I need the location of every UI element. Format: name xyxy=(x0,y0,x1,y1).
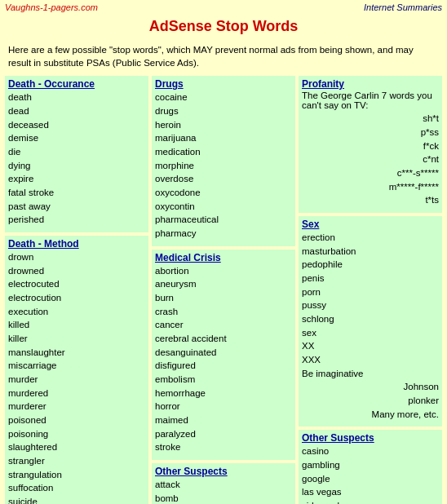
list-item: desanguinated xyxy=(155,346,292,360)
list-item: penis xyxy=(302,272,439,285)
column-1: Death - Occurance death dead deceased de… xyxy=(5,76,148,504)
list-item: murdered xyxy=(8,387,145,400)
other-suspects-left-list: attack bomb bomber incarcerated jail pri… xyxy=(155,478,292,504)
site-category: Internet Summaries xyxy=(364,2,442,12)
list-item: oxycodone xyxy=(155,186,292,200)
list-item: marijuana xyxy=(155,131,292,145)
list-item: suffocation xyxy=(8,481,145,495)
list-item: hemorrhage xyxy=(155,387,292,400)
list-item: drown xyxy=(8,250,145,264)
list-item: death xyxy=(8,91,145,104)
section-medical-crisis: Medical Crisis abortion aneurysm burn cr… xyxy=(152,250,295,460)
list-item: past away xyxy=(8,200,145,214)
list-item: electrocution xyxy=(8,291,145,305)
list-item: morphine xyxy=(155,159,292,173)
other-suspects-right-list: casino gambling google las vegas video p… xyxy=(302,444,439,504)
list-item: poisoned xyxy=(8,413,145,427)
list-item: murderer xyxy=(8,400,145,413)
list-item: drowned xyxy=(8,264,145,278)
list-item: p*ss xyxy=(302,126,439,139)
section-header-other-suspects-left: Other Suspects xyxy=(155,466,292,477)
list-item: sh*t xyxy=(302,112,439,126)
list-item: schlong xyxy=(302,312,439,326)
list-item: masturbation xyxy=(302,245,439,259)
list-item: poisoning xyxy=(8,427,145,441)
profanity-intro: The George Carlin 7 words you can't say … xyxy=(302,91,439,110)
section-header-drugs: Drugs xyxy=(155,78,292,90)
list-item: XX xyxy=(302,339,439,353)
list-item: oxycontin xyxy=(155,200,292,214)
list-item: pussy xyxy=(302,298,439,312)
section-header-sex: Sex xyxy=(302,219,439,230)
list-item: casino xyxy=(302,444,439,458)
list-item: dead xyxy=(8,104,145,118)
list-item: aneurysm xyxy=(155,277,292,291)
list-item: pharmacy xyxy=(155,227,292,241)
list-item: XXX xyxy=(302,353,439,367)
section-profanity: Profanity The George Carlin 7 words you … xyxy=(299,76,442,213)
list-item: overdose xyxy=(155,172,292,186)
list-item: cocaine xyxy=(155,91,292,104)
section-death-method: Death - Method drown drowned electrocute… xyxy=(5,236,148,504)
list-item: porn xyxy=(302,285,439,299)
list-item: t*ts xyxy=(302,193,439,207)
list-item: electrocuted xyxy=(8,277,145,291)
list-item: slaughtered xyxy=(8,440,145,454)
list-item: paralyzed xyxy=(155,427,292,441)
list-item: strangulation xyxy=(8,468,145,482)
list-item: crash xyxy=(155,305,292,319)
list-item: killer xyxy=(8,332,145,346)
section-header-other-suspects-right: Other Suspects xyxy=(302,432,439,444)
list-item: murder xyxy=(8,373,145,387)
section-other-suspects-right: Other Suspects casino gambling google la… xyxy=(299,430,442,504)
list-item: pharmaceutical xyxy=(155,213,292,227)
section-header-medical-crisis: Medical Crisis xyxy=(155,252,292,263)
column-3: Profanity The George Carlin 7 words you … xyxy=(299,76,442,504)
list-item: disfigured xyxy=(155,359,292,373)
top-bar: Vaughns-1-pagers.com Internet Summaries xyxy=(0,0,447,15)
profanity-list: sh*t p*ss f*ck c*nt c***-s***** m*****-f… xyxy=(302,112,439,207)
list-item: cancer xyxy=(155,318,292,332)
list-item: medication xyxy=(155,145,292,159)
list-item: c*nt xyxy=(302,153,439,166)
list-item: m*****-f***** xyxy=(302,180,439,194)
list-item: strangler xyxy=(8,454,145,468)
list-item: c***-s***** xyxy=(302,166,439,180)
medical-crisis-list: abortion aneurysm burn crash cancer cere… xyxy=(155,264,292,454)
list-item: dying xyxy=(8,159,145,173)
list-item: manslaughter xyxy=(8,346,145,360)
list-item: abortion xyxy=(155,264,292,278)
list-item: video poker xyxy=(302,499,439,504)
list-item: Johnson xyxy=(302,380,439,394)
sex-list: erection masturbation pedophile penis po… xyxy=(302,231,439,421)
list-item: killed xyxy=(8,318,145,332)
section-drugs: Drugs cocaine drugs heroin marijuana med… xyxy=(152,76,295,245)
section-sex: Sex erection masturbation pedophile peni… xyxy=(299,216,442,427)
intro-text: Here are a few possible "stop words", wh… xyxy=(0,40,447,76)
list-item: stroke xyxy=(155,440,292,454)
list-item: horror xyxy=(155,400,292,413)
list-item: embolism xyxy=(155,373,292,387)
site-name: Vaughns-1-pagers.com xyxy=(5,2,98,12)
list-item: maimed xyxy=(155,413,292,427)
list-item: gambling xyxy=(302,458,439,472)
list-item: deceased xyxy=(8,118,145,132)
section-death-occurance: Death - Occurance death dead deceased de… xyxy=(5,76,148,232)
list-item: bomb xyxy=(155,492,292,504)
list-item: suicide xyxy=(8,495,145,504)
list-item: sex xyxy=(302,326,439,340)
list-item: attack xyxy=(155,478,292,492)
list-item: Be imaginative xyxy=(302,367,439,381)
list-item: demise xyxy=(8,131,145,145)
page-title: AdSense Stop Words xyxy=(0,15,447,40)
list-item: fatal stroke xyxy=(8,186,145,200)
list-item: die xyxy=(8,145,145,159)
list-item: perished xyxy=(8,213,145,227)
list-item: drugs xyxy=(155,104,292,118)
list-item: heroin xyxy=(155,118,292,132)
column-2: Drugs cocaine drugs heroin marijuana med… xyxy=(152,76,295,504)
list-item: execution xyxy=(8,305,145,319)
columns-wrapper: Death - Occurance death dead deceased de… xyxy=(0,76,447,504)
list-item: Many more, etc. xyxy=(302,408,439,422)
section-header-death-occurance: Death - Occurance xyxy=(8,78,145,90)
